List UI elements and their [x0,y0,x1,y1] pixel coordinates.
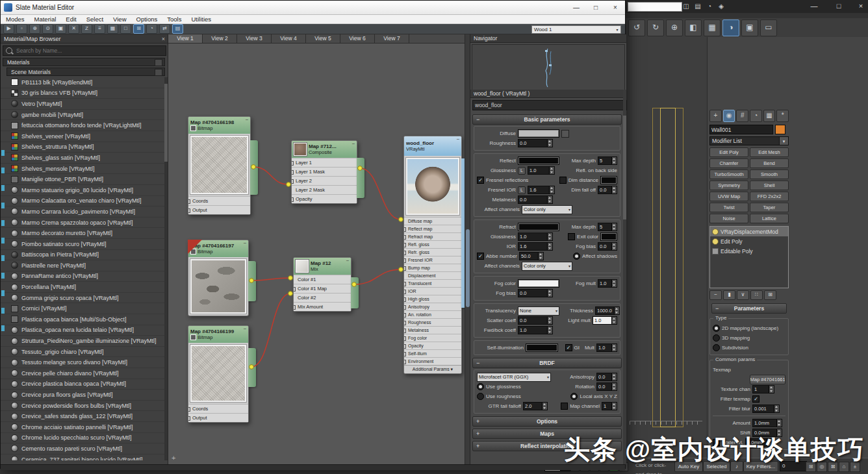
node-slot-color-2[interactable]: Color #2 [294,293,351,302]
node-slot-layer-2-mask[interactable]: Layer 2 Mask [292,185,357,194]
node-slot-opacity[interactable]: Opacity [292,194,357,203]
map-slot-button[interactable] [561,130,569,138]
spinner-icon[interactable] [611,157,617,164]
value-field[interactable]: 0.0 [518,139,553,147]
menu-edit[interactable]: Edit [66,16,76,23]
value-field[interactable]: 0.0 [518,316,553,325]
spinner-icon[interactable] [547,317,552,324]
value-field[interactable]: 0.0 [518,289,553,297]
browser-item[interactable]: gambe mobili [VRayMtl] [1,110,167,121]
node-slot-color-1[interactable]: Color #1 [294,275,351,284]
viewport[interactable] [626,37,708,458]
layout-all-icon[interactable]: ≡ [94,24,105,34]
radio-button[interactable]: Use glossiness [477,383,521,390]
workspace-icon[interactable]: ◫ [681,1,691,11]
checkbox[interactable]: ✓Fresnel reflections [477,177,528,184]
spinner-icon[interactable] [547,327,552,334]
browser-item[interactable]: Ceramica_737 sanitari bianco lucido [VRa… [1,455,167,460]
browser-item[interactable]: Plastica_opaca nera lucida telaio [VRayM… [1,325,167,336]
max-close-button[interactable]: × [852,0,868,12]
modifier-list-dropdown[interactable]: Modifier List ▾ [709,136,789,145]
modifier-button-uvw-map[interactable]: UVW Map [709,192,748,201]
create-preview-icon[interactable]: ⊞ [133,24,144,34]
navigator-preview[interactable] [472,44,625,90]
node-slot-output[interactable]: Output [188,205,250,214]
value-field[interactable]: 1.6 [518,242,553,251]
spinner-icon[interactable] [549,186,554,193]
tab-utilities[interactable]: * [776,110,789,122]
node-slot-mix-amount[interactable]: Mix Amount [294,302,351,311]
lock-button[interactable]: L [518,167,526,175]
tab-modify[interactable]: ◉ [723,110,735,122]
node-slot-anisotropy[interactable]: Anisotropy [404,303,461,310]
radio-button[interactable]: 2D mapping (landscape) [713,325,778,332]
delete-selected-icon[interactable]: ✕ [68,24,79,34]
browser-item[interactable]: Crevice_safes stands glass_122 [VRayMtl] [1,411,167,422]
browser-item[interactable]: Shelves_glass satin [VRayMtl] [1,153,167,164]
rollout-options[interactable]: +Options [472,416,622,427]
browser-item[interactable]: Marmo decorato muretto [VRayMtl] [1,228,167,239]
select-tool-pan-icon[interactable]: ⇄ [159,24,170,34]
browser-item[interactable]: Crevice plastica bianca opaca [VRayMtl] [1,379,167,390]
browser-item[interactable]: Piombo satinato scuro [VRayMtl] [1,239,167,250]
node-header[interactable]: Map #4704166199Bitmap– [188,326,248,343]
spinner-icon[interactable] [547,243,552,250]
value-field[interactable]: 5 [598,156,617,165]
node-slot-roughness[interactable]: Roughness [404,318,461,326]
slate-close-button[interactable]: × [606,1,625,14]
rollout-parameters[interactable]: − Parameters [711,303,787,314]
browser-item[interactable]: Battiscopa in Pietra [VRayMtl] [1,250,167,261]
node-header[interactable]: Map #4704166198Bitmap– [188,117,250,134]
browser-item[interactable]: Struttura_PiediNero_gambe illuminazione … [1,336,167,347]
spinner-icon[interactable] [614,307,619,314]
node-output-tab[interactable] [357,158,364,198]
tab-display[interactable]: ▦ [763,110,776,122]
slate-maximize-button[interactable]: □ [586,1,606,14]
value-field[interactable]: 0.0 [598,186,617,194]
search-input[interactable] [15,47,166,55]
color-swatch[interactable] [600,176,617,184]
value-field[interactable]: 2.0 [523,402,548,410]
color-swatch[interactable] [518,223,559,231]
browser-item[interactable]: Tessuto melange scuro divano [VRayMtl] [1,357,167,368]
value-field[interactable]: 0.001 [752,405,780,413]
view-tab[interactable]: View 6 [340,34,375,43]
modifier-button-turbosmooth[interactable]: TurboSmooth [709,169,748,179]
parameter-editor-header[interactable]: wood_floor ( VRayMtl ) [470,90,626,98]
node-slot-layer-1-mask[interactable]: Layer 1 Mask [292,167,357,176]
value-field[interactable]: 1.0 [518,232,553,241]
modifier-button-twist[interactable]: Twist [709,203,748,212]
node-slot-layer-2[interactable]: Layer 2 [292,176,357,185]
modifier-button-smooth[interactable]: Smooth [750,169,789,179]
browser-item[interactable]: Gomma grigio scuro opaca [VRayMtl] [1,293,167,304]
browser-item[interactable]: Porcellana [VRayMtl] [1,282,167,293]
spinner-icon[interactable] [611,186,617,193]
node-wire[interactable] [253,167,288,184]
value-field[interactable]: 1.6 [528,186,555,194]
max-minimize-button[interactable]: — [806,0,823,12]
browser-item[interactable]: Shelves_veneer [VRayMtl] [1,131,167,142]
parameter-scrollbar[interactable] [623,90,626,464]
socket[interactable] [287,182,291,187]
modifier-button-shell[interactable]: Shell [750,181,789,190]
value-field[interactable]: 0.0 [598,242,617,251]
browser-scrollbar[interactable] [164,77,168,460]
node-slot-fresnel-ior[interactable]: Fresnel IOR [404,256,461,264]
node-collapse-icon[interactable]: – [453,136,459,141]
value-field[interactable]: 1.0 [518,326,553,334]
value-field[interactable]: 1.0mm [752,419,782,427]
browser-item[interactable]: Cornici [VRayMtl] [1,303,167,314]
assign-material-to-selection-icon[interactable]: ⊕ [29,24,40,34]
timeline-ruler[interactable] [630,421,702,428]
browser-item[interactable]: Maniglie ottone_PBR [VRayMtl] [1,174,167,185]
node-slot-refr-gloss[interactable]: Refr. gloss [404,248,461,256]
browser-item[interactable]: Crevice powderside floors bulbs [VRayMtl… [1,401,167,412]
select-object-icon[interactable]: ◧ [685,19,702,36]
slate-minimize-button[interactable]: — [567,1,586,14]
browser-item[interactable]: Marmo Crema spazzolato opaco [VRayMtl] [1,218,167,229]
browser-item[interactable]: Shelves_mensole [VRayMtl] [1,164,167,175]
node-material[interactable]: wood_floorVRayMtl–Diffuse mapReflect map… [403,136,462,374]
object-color-swatch[interactable] [775,125,785,134]
value-field[interactable]: 1 [752,385,774,393]
node-output-tab[interactable] [248,261,256,301]
